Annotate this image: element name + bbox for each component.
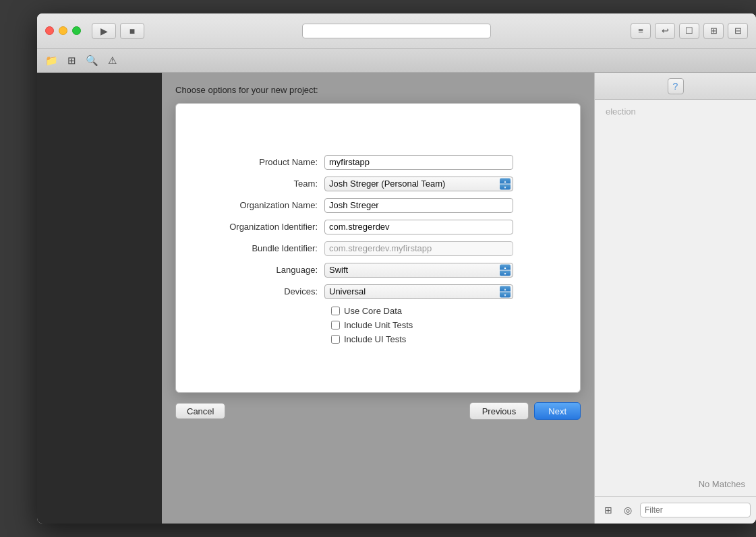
bundle-id-row: Bundle Identifier: <box>190 241 566 256</box>
right-sidebar-label: election <box>595 100 756 123</box>
filter-input[interactable] <box>640 503 751 517</box>
team-select[interactable]: Josh Streger (Personal Team) <box>324 177 513 191</box>
language-row: Language: Swift Objective-C <box>190 263 566 278</box>
layout-btn-1[interactable]: ≡ <box>631 23 651 39</box>
grid-icon[interactable]: ⊞ <box>64 53 79 68</box>
devices-select-wrapper: Universal iPhone iPad <box>324 284 513 299</box>
product-name-input[interactable] <box>324 155 513 170</box>
devices-row: Devices: Universal iPhone iPad <box>190 284 566 299</box>
center-area: Choose options for your new project: Pro… <box>162 73 594 524</box>
toolbar: 📁 ⊞ 🔍 ⚠ <box>37 49 756 73</box>
use-core-data-label: Use Core Data <box>344 306 402 316</box>
org-name-label: Organization Name: <box>190 200 324 210</box>
close-button[interactable] <box>45 26 54 35</box>
bundle-id-label: Bundle Identifier: <box>190 243 324 253</box>
language-select[interactable]: Swift Objective-C <box>324 263 513 278</box>
use-core-data-row: Use Core Data <box>331 306 566 316</box>
modal-dialog: Product Name: Team: Josh Streger (Person… <box>175 103 581 393</box>
modal-form: Product Name: Team: Josh Streger (Person… <box>176 128 580 369</box>
modal-title: Choose options for your new project: <box>175 85 318 95</box>
right-sidebar: ? election No Matches ⊞ ◎ <box>594 73 756 524</box>
previous-button[interactable]: Previous <box>469 402 529 420</box>
language-select-wrapper: Swift Objective-C <box>324 263 513 278</box>
right-sidebar-top: ? <box>595 73 756 100</box>
grid-bottom-icon[interactable]: ⊞ <box>600 502 616 518</box>
include-unit-tests-row: Include Unit Tests <box>331 320 566 330</box>
search-icon[interactable]: 🔍 <box>84 53 99 68</box>
product-name-row: Product Name: <box>190 155 566 170</box>
left-sidebar <box>37 73 162 524</box>
org-name-row: Organization Name: <box>190 198 566 213</box>
modal-overlay: Choose options for your new project: Pro… <box>162 73 594 524</box>
circle-bottom-icon[interactable]: ◎ <box>620 502 637 518</box>
team-select-wrapper: Josh Streger (Personal Team) <box>324 177 513 191</box>
stop-button[interactable]: ■ <box>120 23 144 39</box>
maximize-button[interactable] <box>72 26 81 35</box>
bundle-id-input <box>324 241 513 256</box>
devices-select[interactable]: Universal iPhone iPad <box>324 284 513 299</box>
warning-icon[interactable]: ⚠ <box>105 53 119 68</box>
no-matches-text: No Matches <box>699 479 745 489</box>
main-window: ▶ ■ ≡ ↩ ☐ ⊞ ⊟ 📁 ⊞ 🔍 ⚠ Choose options for… <box>37 13 756 524</box>
include-ui-tests-checkbox[interactable] <box>331 335 340 344</box>
use-core-data-checkbox[interactable] <box>331 307 340 315</box>
org-id-row: Organization Identifier: <box>190 220 566 234</box>
modal-header: Choose options for your new project: <box>162 73 594 103</box>
traffic-lights <box>45 26 81 35</box>
next-button[interactable]: Next <box>534 402 581 420</box>
titlebar-controls: ▶ ■ <box>92 23 144 39</box>
include-ui-tests-label: Include UI Tests <box>344 334 406 344</box>
team-row: Team: Josh Streger (Personal Team) <box>190 177 566 191</box>
titlebar: ▶ ■ ≡ ↩ ☐ ⊞ ⊟ <box>37 13 756 49</box>
selection-label: election <box>606 106 636 117</box>
team-label: Team: <box>190 179 324 189</box>
folder-icon[interactable]: 📁 <box>44 53 59 68</box>
main-content: Choose options for your new project: Pro… <box>37 73 756 524</box>
titlebar-right-controls: ≡ ↩ ☐ ⊞ ⊟ <box>631 23 748 39</box>
devices-label: Devices: <box>190 286 324 296</box>
language-label: Language: <box>190 265 324 275</box>
modal-footer: Cancel Previous Next <box>162 393 594 429</box>
no-matches: No Matches <box>595 123 756 496</box>
layout-btn-4[interactable]: ⊞ <box>703 23 724 39</box>
help-icon[interactable]: ? <box>668 78 684 94</box>
layout-btn-2[interactable]: ↩ <box>655 23 675 39</box>
include-ui-tests-row: Include UI Tests <box>331 334 566 344</box>
include-unit-tests-label: Include Unit Tests <box>344 320 413 330</box>
cancel-button[interactable]: Cancel <box>175 403 225 419</box>
checkbox-group: Use Core Data Include Unit Tests Include… <box>331 306 566 344</box>
product-name-label: Product Name: <box>190 157 324 167</box>
play-button[interactable]: ▶ <box>92 23 116 39</box>
org-id-label: Organization Identifier: <box>190 222 324 232</box>
org-name-input[interactable] <box>324 198 513 213</box>
layout-btn-5[interactable]: ⊟ <box>728 23 748 39</box>
titlebar-search[interactable] <box>302 24 491 38</box>
org-id-input[interactable] <box>324 220 513 234</box>
layout-btn-3[interactable]: ☐ <box>679 23 699 39</box>
right-sidebar-bottom: ⊞ ◎ <box>595 496 756 524</box>
include-unit-tests-checkbox[interactable] <box>331 321 340 329</box>
minimize-button[interactable] <box>59 26 67 35</box>
nav-buttons: Previous Next <box>469 402 581 420</box>
